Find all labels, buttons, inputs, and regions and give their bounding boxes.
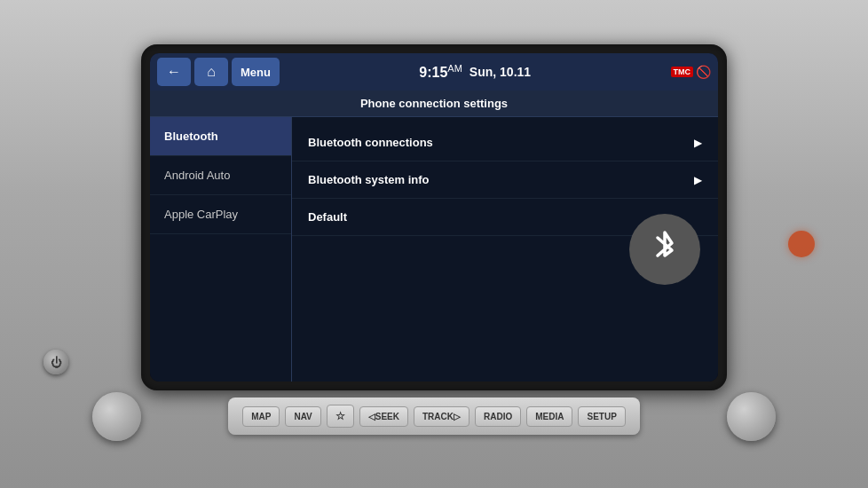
- sidebar-item-apple-carplay[interactable]: Apple CarPlay: [150, 195, 291, 234]
- signal-icon: 🚫: [696, 65, 711, 79]
- bluetooth-circle: [629, 214, 700, 285]
- radio-button[interactable]: RADIO: [475, 406, 521, 427]
- menu-label: Menu: [241, 66, 271, 79]
- screen-bezel: ← ⌂ Menu 9:15AM Sun, 10.11 TMC 🚫: [141, 44, 727, 390]
- tmc-badge: TMC: [671, 67, 694, 77]
- sidebar: Bluetooth Android Auto Apple CarPlay: [150, 117, 292, 382]
- arrow-icon-2: ▶: [694, 174, 702, 186]
- menu-item-bt-connections[interactable]: Bluetooth connections ▶: [292, 124, 718, 161]
- favorite-button[interactable]: ☆: [327, 405, 354, 428]
- infotainment-screen: ← ⌂ Menu 9:15AM Sun, 10.11 TMC 🚫: [150, 53, 718, 382]
- sidebar-item-bluetooth[interactable]: Bluetooth: [150, 117, 291, 156]
- page-title: Phone connection settings: [150, 91, 718, 117]
- header-bar: ← ⌂ Menu 9:15AM Sun, 10.11 TMC 🚫: [150, 53, 718, 91]
- home-button[interactable]: ⌂: [194, 58, 228, 86]
- warning-indicator: [788, 231, 815, 257]
- function-buttons: MAP NAV ☆ ◁SEEK TRACK▷ RADIO MEDIA SETUP: [228, 397, 640, 435]
- sidebar-item-android-auto[interactable]: Android Auto: [150, 156, 291, 195]
- arrow-icon: ▶: [694, 137, 702, 149]
- seek-back-button[interactable]: ◁SEEK: [359, 406, 408, 427]
- bluetooth-symbol: [645, 227, 684, 272]
- control-bar: ⏻ MAP NAV ☆ ◁SEEK TRACK▷ RADIO MEDIA SET…: [123, 397, 745, 435]
- map-button[interactable]: MAP: [242, 406, 280, 427]
- home-icon: ⌂: [207, 64, 216, 80]
- clock-time: 9:15AM: [419, 63, 462, 81]
- time-display: 9:15AM Sun, 10.11: [283, 63, 667, 81]
- back-button[interactable]: ←: [157, 58, 191, 86]
- bt-connections-label: Bluetooth connections: [308, 136, 433, 149]
- main-content: Bluetooth connections ▶ Bluetooth system…: [292, 117, 718, 382]
- bt-system-info-label: Bluetooth system info: [308, 173, 430, 186]
- setup-button[interactable]: SETUP: [578, 406, 625, 427]
- tmc-display: TMC 🚫: [671, 65, 712, 79]
- media-button[interactable]: MEDIA: [526, 406, 572, 427]
- power-button[interactable]: ⏻: [43, 350, 68, 374]
- default-label: Default: [308, 210, 347, 224]
- track-fwd-button[interactable]: TRACK▷: [414, 406, 470, 427]
- power-icon: ⏻: [51, 356, 62, 369]
- menu-item-bt-system-info[interactable]: Bluetooth system info ▶: [292, 161, 718, 199]
- volume-knob[interactable]: [92, 392, 141, 441]
- content-area: Bluetooth Android Auto Apple CarPlay Blu…: [150, 117, 718, 382]
- bluetooth-icon-container: [629, 214, 700, 285]
- car-dashboard: ← ⌂ Menu 9:15AM Sun, 10.11 TMC 🚫: [0, 0, 868, 488]
- tuner-knob[interactable]: [727, 392, 776, 441]
- back-icon: ←: [167, 64, 181, 80]
- menu-button[interactable]: Menu: [232, 58, 280, 86]
- nav-button[interactable]: NAV: [285, 406, 320, 427]
- clock-date: Sun, 10.11: [470, 65, 531, 79]
